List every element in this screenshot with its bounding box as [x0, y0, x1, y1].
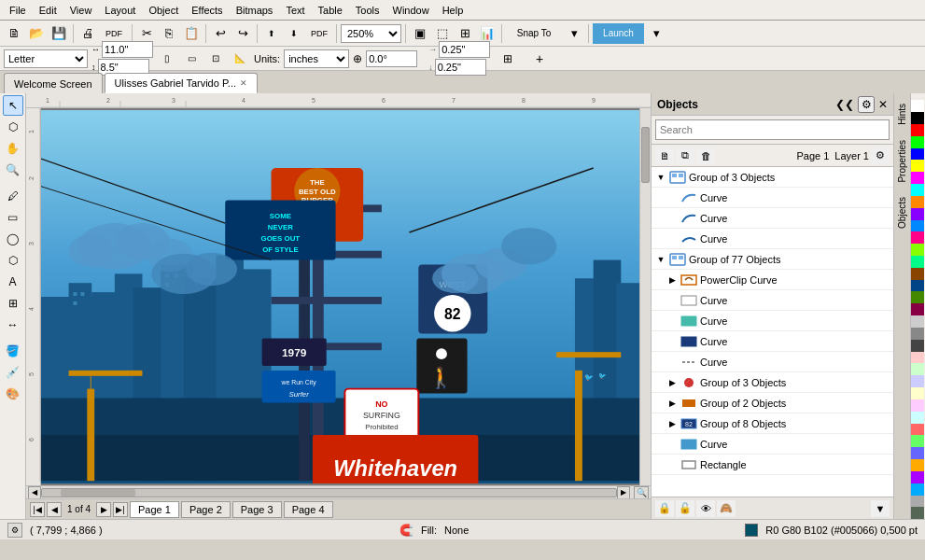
nudge-x-input[interactable] — [439, 41, 490, 58]
dimension-tool[interactable]: ↔ — [3, 315, 23, 335]
tab-close-icon[interactable]: ✕ — [240, 78, 247, 88]
color-swatch[interactable] — [911, 435, 924, 447]
lock-all-button[interactable]: 🔒 — [655, 500, 674, 517]
list-item[interactable]: ▶ 82 Group of 8 Objects — [652, 413, 893, 434]
color-swatch[interactable] — [911, 399, 924, 412]
menu-text[interactable]: Text — [280, 3, 310, 18]
color-swatch[interactable] — [911, 220, 924, 232]
color-swatch[interactable] — [911, 471, 924, 483]
landscape-button[interactable]: ▭ — [181, 49, 202, 69]
list-item[interactable]: Curve — [652, 434, 893, 455]
color-swatch[interactable] — [911, 196, 924, 208]
color-swatch[interactable] — [911, 208, 924, 220]
list-item[interactable]: ▶ PowerClip Curve — [652, 270, 893, 290]
vertical-scrollbar[interactable] — [639, 108, 651, 485]
objects-tab[interactable]: Objects — [894, 190, 910, 235]
panel-close-button[interactable]: ✕ — [878, 98, 888, 111]
page-settings-button[interactable]: ⊡ — [205, 49, 226, 69]
freehand-select-tool[interactable]: ⬡ — [3, 117, 23, 137]
color-swatch[interactable] — [911, 375, 924, 387]
list-item[interactable]: Rectangle — [652, 455, 893, 475]
zoom-select[interactable]: 250%100%200%400% — [341, 24, 401, 43]
list-item[interactable]: ▼ Group of 77 Objects — [652, 249, 893, 270]
color-swatch[interactable] — [911, 148, 924, 161]
undo-button[interactable]: ↩ — [210, 23, 231, 44]
select-tool[interactable]: ↖ — [3, 95, 23, 116]
page-nav-last[interactable]: ▶| — [113, 502, 128, 517]
redo-button[interactable]: ↪ — [232, 23, 253, 44]
duplicate-layer-button[interactable]: ⧉ — [676, 147, 694, 164]
zoom-fit-button[interactable]: 🔍 — [634, 486, 649, 499]
color-swatch[interactable] — [911, 303, 924, 315]
search-input[interactable] — [655, 119, 890, 140]
color-swatch[interactable] — [911, 496, 924, 508]
color-swatch[interactable] — [911, 268, 924, 280]
angle-input[interactable] — [366, 50, 417, 67]
ellipse-tool[interactable]: ◯ — [3, 229, 23, 249]
layer-settings-button[interactable]: ⚙ — [871, 147, 890, 164]
view-mode-button[interactable]: ▣ — [410, 23, 430, 44]
add-page-button[interactable]: + — [529, 49, 550, 69]
page-size-select[interactable]: LetterA4Custom — [4, 49, 88, 68]
color-swatch[interactable] — [911, 160, 924, 172]
menu-bitmaps[interactable]: Bitmaps — [231, 3, 279, 18]
stroke-color-box[interactable] — [745, 524, 758, 537]
color-swatch[interactable] — [911, 231, 924, 244]
list-item[interactable]: Curve — [652, 229, 893, 249]
color-swatch[interactable] — [911, 424, 924, 436]
new-layer-button[interactable]: 🗎 — [655, 147, 674, 164]
new-button[interactable]: 🗎 — [4, 23, 24, 44]
menu-tools[interactable]: Tools — [350, 3, 385, 18]
list-item[interactable]: Curve — [652, 208, 893, 229]
color-swatch[interactable] — [911, 387, 924, 399]
snap-to-button[interactable]: Snap To — [506, 23, 562, 44]
nudge-settings-button[interactable]: ⊞ — [498, 49, 518, 69]
launch-button[interactable]: Launch — [593, 23, 644, 44]
list-item[interactable]: ▼ Group of 3 Objects — [652, 167, 893, 188]
horizontal-scrollbar[interactable] — [41, 488, 617, 497]
menu-effects[interactable]: Effects — [186, 3, 228, 18]
color-swatch[interactable] — [911, 280, 924, 292]
color-swatch[interactable] — [911, 483, 924, 496]
color-swatch[interactable] — [911, 412, 924, 424]
page-tab-1[interactable]: Page 1 — [130, 501, 179, 518]
drawing-canvas[interactable]: THE BEST OLD BURGER WEST 82 🚶 — [41, 108, 639, 485]
zoom-tool[interactable]: 🔍 — [3, 160, 23, 180]
scrollbar-h-thumb[interactable] — [61, 489, 135, 497]
text-tool[interactable]: A — [3, 272, 23, 292]
page-tab-2[interactable]: Page 2 — [181, 501, 231, 518]
copy-button[interactable]: ⎘ — [159, 23, 179, 44]
color-swatch[interactable] — [911, 256, 924, 268]
menu-object[interactable]: Object — [143, 3, 184, 18]
properties-tab[interactable]: Properties — [894, 133, 910, 189]
smart-fill-tool[interactable]: 🎨 — [3, 384, 23, 404]
save-button[interactable]: 💾 — [49, 23, 69, 44]
color-swatch[interactable] — [911, 291, 924, 303]
color-swatch[interactable] — [911, 328, 924, 340]
open-button[interactable]: 📂 — [26, 23, 47, 44]
color-swatch[interactable] — [911, 172, 924, 184]
pdf-button[interactable]: PDF — [306, 23, 332, 44]
color-swatch[interactable] — [911, 136, 924, 148]
color-swatch[interactable] — [911, 352, 924, 364]
color-swatch[interactable] — [911, 244, 924, 256]
menu-view[interactable]: View — [64, 3, 98, 18]
units-select[interactable]: inchesmmcmpx — [284, 49, 349, 68]
menu-layout[interactable]: Layout — [99, 3, 141, 18]
scroll-left-button[interactable]: ◀ — [28, 486, 41, 499]
page-nav-next[interactable]: ▶ — [96, 502, 111, 517]
page-tab-4[interactable]: Page 4 — [284, 501, 333, 518]
page-nav-prev[interactable]: ◀ — [47, 502, 62, 517]
expand-icon[interactable]: ▼ — [655, 254, 666, 265]
page-tab-3[interactable]: Page 3 — [232, 501, 282, 518]
pan-tool[interactable]: ✋ — [3, 138, 23, 159]
import-button[interactable]: ⬆ — [261, 23, 282, 44]
fill-tool[interactable]: 🪣 — [3, 341, 23, 361]
color-swatch[interactable] — [911, 315, 924, 328]
color-swatch[interactable] — [911, 112, 924, 124]
list-item[interactable]: Curve — [652, 352, 893, 372]
list-item[interactable]: ▶ 🚫 Group of 3 Objects — [652, 372, 893, 393]
color-swatch[interactable] — [911, 340, 924, 352]
color-swatch[interactable] — [911, 100, 924, 112]
list-item[interactable]: Curve — [652, 331, 893, 352]
